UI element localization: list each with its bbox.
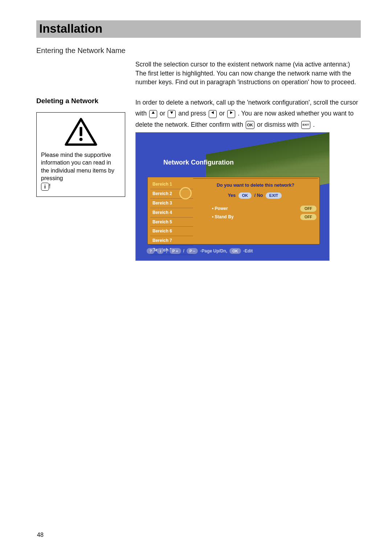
tv-screenshot: Network Configuration Bereich 1 Bereich …	[135, 132, 330, 261]
page-number: 48	[37, 532, 44, 538]
hint-page-up: P +	[170, 248, 181, 254]
svg-rect-1	[79, 127, 82, 136]
table-row: • Stand By OFF	[211, 213, 318, 221]
list-item[interactable]: Bereich 4	[150, 208, 193, 218]
list-item[interactable]: Bereich 6	[150, 227, 193, 236]
setting-label: Power	[215, 206, 228, 211]
svg-marker-3	[152, 111, 155, 114]
dialog-ok-button[interactable]: OK	[238, 193, 252, 199]
warning-text-body: Please mind the supportive information y…	[41, 152, 114, 182]
ok-key-icon: OK	[246, 121, 255, 129]
tv-hint-bar: ? i, P +/ P – -Page Up/Dn, OK -Edit	[147, 248, 253, 254]
table-row: • Power OFF	[211, 204, 318, 213]
svg-marker-4	[170, 112, 173, 114]
dialog-exit-button[interactable]: EXIT	[266, 193, 282, 199]
list-item[interactable]: Bereich 7	[150, 236, 193, 246]
svg-point-2	[79, 138, 82, 141]
para-frag-g: .	[313, 121, 315, 128]
info-key-icon: i	[41, 183, 49, 191]
hint-page-down: P –	[187, 248, 198, 254]
warning-box: Please mind the supportive information y…	[36, 112, 125, 197]
tv-confirm-dialog: Do you want to delete this network? Yes …	[193, 178, 318, 204]
dialog-question: Do you want to delete this network?	[193, 182, 318, 189]
down-arrow-key-icon	[168, 110, 176, 118]
para-frag-f: or dismiss with	[257, 121, 301, 128]
page-header: Installation	[36, 20, 361, 38]
exit-key-icon: EXIT	[301, 121, 311, 129]
section1-body: Scroll the selection cursor to the exist…	[135, 60, 361, 87]
list-item[interactable]: Bereich 3	[150, 199, 193, 208]
warning-text: Please mind the supportive information y…	[41, 151, 121, 191]
warning-text-suffix: !	[49, 183, 50, 189]
setting-value[interactable]: OFF	[300, 206, 317, 212]
para-frag-b: or	[160, 110, 167, 117]
delete-network-instructions: In order to delete a network, call up th…	[135, 97, 361, 130]
dialog-yes-label: Yes	[228, 193, 236, 198]
page-title: Installation	[39, 22, 358, 36]
para-frag-d: or	[219, 110, 226, 117]
dialog-options: Yes OK / No EXIT	[193, 193, 318, 199]
warning-icon	[65, 118, 97, 146]
section-deleting-network-title: Deleting a Network	[36, 97, 125, 105]
hint-text-2: -Edit	[243, 248, 253, 254]
svg-marker-6	[230, 111, 233, 114]
left-arrow-key-icon	[209, 110, 217, 118]
tv-screen-title: Network Configuration	[163, 158, 234, 167]
setting-value[interactable]: OFF	[300, 214, 317, 220]
hint-info-icon: i	[157, 248, 164, 254]
tv-settings-rows: • Power OFF • Stand By OFF	[211, 204, 318, 221]
setting-label: Stand By	[215, 214, 234, 219]
hint-text-1: -Page Up/Dn,	[200, 248, 227, 254]
section-entering-network-name-title: Entering the Network Name	[36, 46, 361, 55]
hint-help-icon: ?	[147, 248, 155, 254]
dialog-no-label: No	[257, 193, 263, 198]
svg-marker-5	[211, 111, 214, 114]
hint-ok: OK	[229, 248, 241, 254]
list-item[interactable]: Bereich 5	[150, 218, 193, 227]
up-arrow-key-icon	[149, 110, 157, 118]
para-frag-c: and press	[178, 110, 208, 117]
right-arrow-key-icon	[227, 110, 235, 118]
